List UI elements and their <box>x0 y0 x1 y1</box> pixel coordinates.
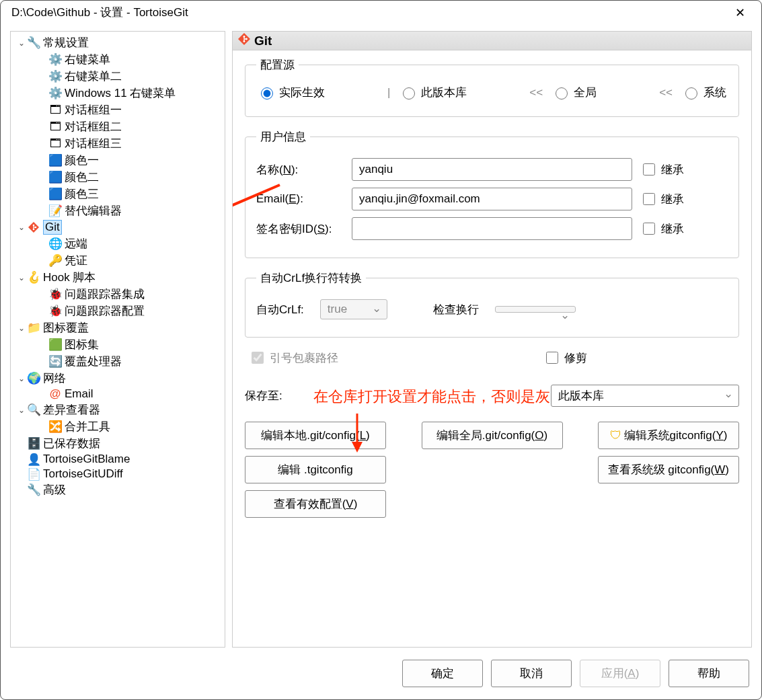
magnifier-icon: 🔍 <box>27 403 40 417</box>
ok-button[interactable]: 确定 <box>402 660 483 687</box>
settings-tree[interactable]: 🔧常规设置 ⚙️右键菜单 ⚙️右键菜单二 ⚙️Windows 11 右键菜单 🗔… <box>10 31 225 648</box>
sign-label: 签名密钥ID(S): <box>256 221 344 237</box>
edit-local-button[interactable]: 编辑本地.git/config(L) <box>245 422 386 449</box>
trim-checkbox[interactable]: 修剪 <box>543 350 587 366</box>
merge-icon: 🔀 <box>48 420 62 434</box>
tree-win11[interactable]: ⚙️Windows 11 右键菜单 <box>11 85 225 102</box>
save-to-select[interactable]: 此版本库 <box>551 385 739 407</box>
iconset-icon: 🟩 <box>48 338 62 352</box>
close-icon[interactable]: ✕ <box>726 5 753 20</box>
user-info-legend: 用户信息 <box>256 129 310 145</box>
tree-iconset[interactable]: 🟩图标集 <box>11 336 225 353</box>
help-button[interactable]: 帮助 <box>669 660 749 687</box>
main-panel: Git 配置源 实际生效 | 此版本库 << 全局 << 系统 <box>232 31 752 648</box>
crlf-group: 自动CrLf换行符转换 自动CrLf: true 检查换行 <box>245 270 739 338</box>
wrench-icon: 🔧 <box>27 36 40 50</box>
gear-icon: ⚙️ <box>48 53 62 67</box>
name-inherit-checkbox[interactable]: 继承 <box>640 161 728 178</box>
tree-saved[interactable]: 🗄️已保存数据 <box>11 435 225 452</box>
email-label: Email(E): <box>256 192 344 206</box>
autocrlf-label: 自动CrLf: <box>256 302 304 317</box>
tree-col2[interactable]: 🟦颜色二 <box>11 169 225 186</box>
at-icon: @ <box>48 387 62 401</box>
tree-email[interactable]: @Email <box>11 387 225 401</box>
safecrlf-label: 检查换行 <box>433 302 479 317</box>
safecrlf-select[interactable] <box>495 306 576 313</box>
title-bar: D:\Code\Github - 设置 - TortoiseGit ✕ <box>1 1 761 24</box>
tree-ctx2[interactable]: ⚙️右键菜单二 <box>11 68 225 85</box>
color-icon: 🟦 <box>48 154 62 167</box>
tree-cred[interactable]: 🔑凭证 <box>11 252 225 269</box>
edit-system-button[interactable]: 编辑系统gitconfig(Y) <box>598 422 739 449</box>
tree-hook[interactable]: 🪝Hook 脚本 <box>11 269 225 286</box>
user-info-group: 用户信息 名称(N): 继承 Email(E): 继承 签名密钥ID(S): <box>245 129 739 258</box>
bug-icon: 🐞 <box>48 288 62 301</box>
separator-lt: << <box>529 86 543 100</box>
name-label: 名称(N): <box>256 162 344 178</box>
color-icon: 🟦 <box>48 188 62 201</box>
tree-git[interactable]: Git <box>11 219 225 235</box>
editor-icon: 📝 <box>48 204 62 218</box>
email-inherit-checkbox[interactable]: 继承 <box>640 191 728 207</box>
panel-title: Git <box>254 34 272 48</box>
handler-icon: 🔄 <box>48 355 62 368</box>
tree-col3[interactable]: 🟦颜色三 <box>11 186 225 202</box>
autocrlf-select[interactable]: true <box>320 299 387 319</box>
crlf-legend: 自动CrLf换行符转换 <box>256 270 366 286</box>
separator-bar: | <box>387 86 390 100</box>
tree-handler[interactable]: 🔄覆盖处理器 <box>11 353 225 370</box>
tree-dlg3[interactable]: 🗔对话框组三 <box>11 135 225 152</box>
git-icon <box>238 33 250 48</box>
sign-inherit-checkbox[interactable]: 继承 <box>640 221 728 237</box>
tree-remote[interactable]: 🌐远端 <box>11 235 225 252</box>
key-icon: 🔑 <box>48 254 62 268</box>
panel-header: Git <box>233 32 751 50</box>
apply-button: 应用(A) <box>580 660 660 687</box>
edit-tgitconfig-button[interactable]: 编辑 .tgitconfig <box>245 456 386 483</box>
tree-merge[interactable]: 🔀合并工具 <box>11 418 225 435</box>
view-effective-button[interactable]: 查看有效配置(V) <box>245 490 386 518</box>
tree-network[interactable]: 🌍网络 <box>11 370 225 387</box>
config-source-group: 配置源 实际生效 | 此版本库 << 全局 << 系统 <box>245 57 739 117</box>
tree-overlay[interactable]: 📁图标覆盖 <box>11 319 225 336</box>
radio-system[interactable]: 系统 <box>682 85 726 100</box>
gear-icon: ⚙️ <box>48 87 62 100</box>
tree-issue-cfg[interactable]: 🐞问题跟踪器配置 <box>11 303 225 319</box>
tree-general[interactable]: 🔧常规设置 <box>11 34 225 51</box>
radio-local[interactable]: 此版本库 <box>399 85 467 100</box>
bug-icon: 🐞 <box>48 305 62 318</box>
view-system-button[interactable]: 查看系统级 gitconfig(W) <box>598 456 739 483</box>
tree-diff[interactable]: 🔍差异查看器 <box>11 401 225 418</box>
udiff-icon: 📄 <box>27 467 40 481</box>
database-icon: 🗄️ <box>27 437 40 451</box>
save-to-label: 保存至: <box>245 388 312 403</box>
separator-lt: << <box>659 86 673 100</box>
email-input[interactable] <box>352 188 632 210</box>
name-input[interactable] <box>352 158 632 181</box>
radio-effective[interactable]: 实际生效 <box>258 85 325 100</box>
gear-icon: ⚙️ <box>48 70 62 83</box>
tree-dlg2[interactable]: 🗔对话框组二 <box>11 118 225 135</box>
radio-global[interactable]: 全局 <box>552 85 597 100</box>
tree-issue-int[interactable]: 🐞问题跟踪器集成 <box>11 286 225 303</box>
dialog-icon: 🗔 <box>48 104 62 117</box>
tree-advanced[interactable]: 🔧高级 <box>11 481 225 498</box>
cancel-button[interactable]: 取消 <box>491 660 572 687</box>
tree-editor[interactable]: 📝替代编辑器 <box>11 202 225 219</box>
hook-icon: 🪝 <box>27 271 40 284</box>
wrench-icon: 🔧 <box>27 483 40 497</box>
tree-blame[interactable]: 👤TortoiseGitBlame <box>11 452 225 467</box>
quotepath-checkbox[interactable]: 引号包裹路径 <box>249 350 338 366</box>
edit-global-button[interactable]: 编辑全局.git/config(O) <box>422 422 563 449</box>
dialog-footer: 确定 取消 应用(A) 帮助 <box>1 653 761 699</box>
sign-input[interactable] <box>352 217 632 240</box>
tree-dlg1[interactable]: 🗔对话框组一 <box>11 102 225 118</box>
blame-icon: 👤 <box>27 453 40 466</box>
git-icon <box>27 221 40 234</box>
tree-col1[interactable]: 🟦颜色一 <box>11 152 225 169</box>
tree-udiff[interactable]: 📄TortoiseGitUDiff <box>11 467 225 481</box>
globe-icon: 🌍 <box>27 372 40 385</box>
tree-ctx1[interactable]: ⚙️右键菜单 <box>11 51 225 68</box>
config-source-legend: 配置源 <box>256 57 299 73</box>
color-icon: 🟦 <box>48 171 62 184</box>
